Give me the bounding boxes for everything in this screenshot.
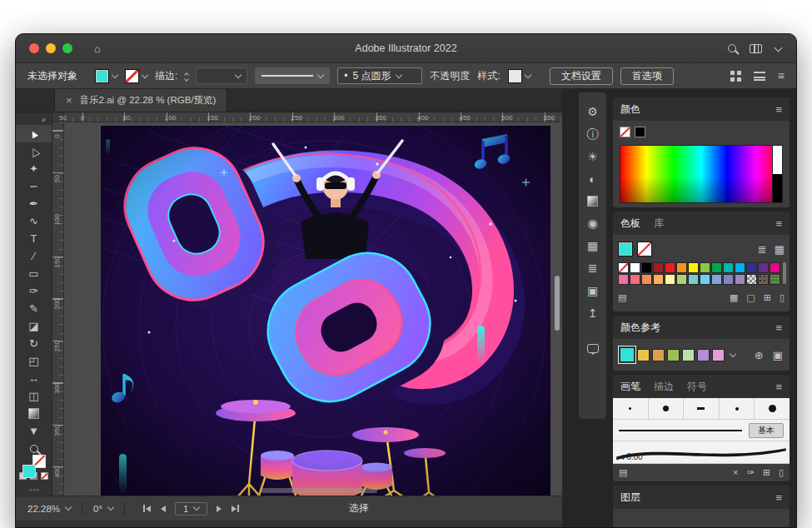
fill-none-chip[interactable] <box>620 127 630 137</box>
previous-artboard-button[interactable] <box>157 506 170 512</box>
color-swatch[interactable] <box>630 274 640 285</box>
width-profile-dropdown[interactable] <box>255 67 330 84</box>
last-artboard-button[interactable] <box>227 505 243 512</box>
color-swatch[interactable] <box>653 274 664 285</box>
color-swatch[interactable] <box>723 262 734 273</box>
panel-menu-icon[interactable]: ≡ <box>775 381 782 392</box>
appearance-sphere-icon[interactable]: ◉ <box>587 217 597 229</box>
color-swatch[interactable] <box>746 262 757 273</box>
rotation-control[interactable]: 0° <box>93 504 113 514</box>
stroke-black-chip[interactable] <box>635 127 645 137</box>
zoom-control[interactable]: 22.28% <box>27 504 71 514</box>
document-tab[interactable]: × 音乐2.ai @ 22.28 % (RGB/预览) <box>54 89 227 112</box>
color-swatch[interactable] <box>711 262 722 273</box>
swatch-kinds-icon[interactable]: ▦ <box>730 293 738 302</box>
menu-icon[interactable]: ≡ <box>778 70 785 82</box>
line-segment-tool[interactable]: ∕ <box>16 247 52 265</box>
color-swatch[interactable] <box>746 274 757 285</box>
horizontal-scrollbar[interactable] <box>261 488 377 493</box>
comment-bubble-icon[interactable] <box>587 344 599 353</box>
rectangle-tool[interactable]: ▭ <box>16 265 52 282</box>
gradient-tool[interactable] <box>16 405 52 422</box>
direct-selection-tool[interactable]: △ <box>16 142 52 160</box>
color-swatch[interactable] <box>711 274 722 285</box>
color-swatch[interactable] <box>697 349 710 361</box>
tab-stroke[interactable]: 描边 <box>654 380 674 394</box>
contrast-icon[interactable]: ◐ <box>589 173 595 185</box>
window-chevron-icon[interactable] <box>775 43 783 52</box>
color-swatch[interactable] <box>688 262 699 273</box>
close-tab-icon[interactable]: × <box>66 94 72 107</box>
grid-view-icon[interactable] <box>730 71 741 82</box>
tab-symbols[interactable]: 符号 <box>687 380 707 394</box>
fill-stroke-indicator[interactable] <box>22 465 46 468</box>
color-swatch[interactable] <box>700 274 710 285</box>
new-color-group-icon[interactable]: ▢ <box>746 293 755 302</box>
artboards-icon[interactable]: ▣ <box>587 285 598 296</box>
width-tool[interactable]: ↔ <box>16 370 52 387</box>
tab-color[interactable]: 颜色 <box>620 102 640 117</box>
tab-color-guide[interactable]: 颜色参考 <box>620 321 660 335</box>
stroke-weight-stepper[interactable] <box>185 71 188 81</box>
color-swatch[interactable] <box>770 274 780 285</box>
grid-view-icon[interactable]: ▦ <box>775 244 785 255</box>
brush-item[interactable] <box>649 398 685 419</box>
more-tools-icon[interactable]: ⋯ <box>16 484 52 496</box>
next-artboard-button[interactable] <box>212 506 226 512</box>
magic-wand-tool[interactable]: ✦ <box>16 160 52 177</box>
color-swatch[interactable] <box>770 262 780 273</box>
delete-brush-icon[interactable]: ▯ <box>779 468 784 477</box>
brush-item[interactable] <box>720 398 755 419</box>
color-swatch[interactable] <box>712 349 725 361</box>
brush-libraries-icon[interactable]: ▤ <box>619 468 627 477</box>
vertical-scrollbar[interactable] <box>555 276 560 331</box>
shape-builder-tool[interactable]: ◫ <box>16 387 52 405</box>
brush-options-icon[interactable]: ✑ <box>747 468 755 477</box>
pen-tool[interactable]: ✒ <box>16 195 52 212</box>
harmony-dropdown-chevron[interactable] <box>730 350 736 356</box>
black-white-ramp[interactable] <box>772 146 782 202</box>
document-setup-button[interactable]: 文档设置 <box>550 67 613 85</box>
color-swatch[interactable] <box>630 262 640 273</box>
search-icon[interactable] <box>728 44 736 52</box>
edit-colors-globe-icon[interactable]: ⊕ <box>755 350 764 361</box>
brush-basic-row[interactable]: 基本 <box>613 420 790 441</box>
color-swatch[interactable] <box>641 262 652 273</box>
panel-menu-icon[interactable]: ≡ <box>775 322 782 333</box>
tab-layers[interactable]: 图层 <box>620 491 640 505</box>
curvature-tool[interactable]: ∿ <box>16 212 52 230</box>
fill-chip[interactable] <box>22 465 36 478</box>
panel-menu-icon[interactable]: ≡ <box>775 104 782 115</box>
properties-gear-icon[interactable]: ⚙ <box>587 106 598 117</box>
fill-color-dropdown[interactable] <box>95 69 117 83</box>
basic-brush-chip[interactable]: 基本 <box>749 423 784 438</box>
align-icon[interactable]: ≣ <box>588 262 598 274</box>
color-swatch[interactable] <box>652 349 665 361</box>
scale-tool[interactable]: ◰ <box>16 352 52 370</box>
transform-grid-icon[interactable]: ▦ <box>587 240 598 252</box>
color-swatch[interactable] <box>618 262 629 273</box>
color-swatch[interactable] <box>618 274 629 285</box>
artboard-number-dropdown[interactable]: 1 <box>175 502 207 516</box>
color-swatch[interactable] <box>723 274 734 285</box>
color-swatch[interactable] <box>688 274 699 285</box>
color-fill-stroke-chips[interactable] <box>620 127 783 142</box>
color-spectrum[interactable] <box>620 145 783 203</box>
stroke-weight-dropdown[interactable] <box>196 67 247 84</box>
new-swatch-icon[interactable]: ⊞ <box>764 293 771 302</box>
canvas[interactable]: 50050100150200250300350400450500550 0501… <box>52 112 562 496</box>
preferences-button[interactable]: 首选项 <box>620 67 674 85</box>
color-swatch[interactable] <box>676 262 687 273</box>
panel-menu-icon[interactable]: ≡ <box>775 218 782 229</box>
selection-tool[interactable]: ▲ <box>16 125 52 142</box>
workspace-bars-icon[interactable] <box>754 72 765 81</box>
list-view-icon[interactable]: ≣ <box>758 244 767 255</box>
color-swatch[interactable] <box>665 274 675 285</box>
close-window-button[interactable] <box>29 43 39 53</box>
eyedropper-tool[interactable]: ▼ <box>16 422 52 440</box>
none-mode-icon[interactable] <box>41 472 48 480</box>
home-icon[interactable]: ⌂ <box>94 43 101 54</box>
current-fill-swatch[interactable] <box>618 242 633 257</box>
color-swatch[interactable] <box>641 274 652 285</box>
color-swatch[interactable] <box>637 349 650 361</box>
